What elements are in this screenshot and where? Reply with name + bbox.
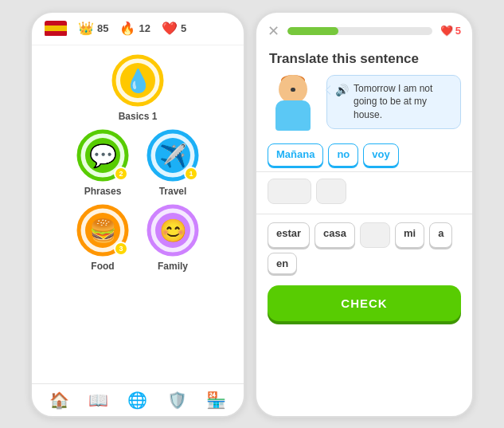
word-bank: estar casa mi a en (256, 214, 472, 279)
streak-stat: 🔥 12 (119, 21, 150, 36)
heart-icon: ❤️ (162, 21, 178, 36)
xp-value: 85 (97, 22, 108, 34)
basics1-icon: 💧 (124, 67, 152, 93)
progress-fill (287, 27, 338, 35)
heart-icon-right: ❤️ (440, 25, 453, 37)
empty-slot-1 (268, 179, 311, 204)
char-head (279, 75, 307, 104)
close-button[interactable]: ✕ (268, 22, 279, 40)
books-icon: 📖 (88, 391, 108, 410)
shield-icon: 🛡️ (167, 391, 187, 410)
character (268, 75, 318, 131)
crown-icon: 👑 (78, 21, 94, 36)
word-voy[interactable]: voy (363, 143, 398, 167)
lives-display: ❤️ 5 (440, 25, 461, 37)
word-casa[interactable]: casa (315, 222, 355, 248)
food-badge: 3 (114, 241, 128, 256)
word-en[interactable]: en (268, 253, 297, 274)
hearts-stat: ❤️ 5 (162, 21, 186, 36)
speaker-icon[interactable]: 🔊 (335, 83, 349, 99)
food-circle: 🍔 3 (76, 203, 130, 257)
left-phone: 👑 85 🔥 12 ❤️ 5 (30, 11, 245, 418)
word-no[interactable]: no (328, 143, 358, 167)
empty-answer-area (256, 172, 472, 214)
speech-bubble: 🔊 Tomorrow I am not going to be at my ho… (326, 75, 461, 129)
lesson-row-2: 💬 2 Phrases ✈️ 1 Travel (76, 128, 200, 197)
nav-home[interactable]: 🏠 (49, 391, 69, 410)
shop-icon: 🏪 (206, 391, 226, 410)
family-circle: 😊 (146, 203, 200, 257)
answer-words-row: Mañana no voy (256, 139, 472, 172)
lesson-phrases[interactable]: 💬 2 Phrases (76, 128, 130, 197)
lesson-travel[interactable]: ✈️ 1 Travel (146, 128, 200, 197)
lesson-basics1[interactable]: 💧 Basics 1 (111, 53, 165, 122)
nav-shield[interactable]: 🛡️ (167, 391, 187, 410)
lesson-family[interactable]: 😊 Family (146, 203, 200, 272)
speech-text: Tomorrow I am not going to be at my hous… (354, 82, 452, 122)
lesson-food[interactable]: 🍔 3 Food (76, 203, 130, 272)
fire-icon: 🔥 (119, 21, 135, 36)
empty-slot-2 (316, 179, 346, 204)
phrases-circle: 💬 2 (76, 128, 130, 183)
nav-books[interactable]: 📖 (88, 391, 108, 410)
basics1-circle: 💧 (111, 53, 165, 108)
speech-area: 🔊 Tomorrow I am not going to be at my ho… (256, 75, 472, 139)
basics1-label: Basics 1 (119, 111, 158, 122)
lesson-row-3: 🍔 3 Food 😊 Family (76, 203, 200, 272)
word-manana[interactable]: Mañana (268, 143, 323, 167)
xp-stat: 👑 85 (78, 21, 108, 36)
flag-icon (45, 21, 67, 37)
char-body (275, 100, 311, 131)
globe-icon: 🌐 (127, 391, 147, 410)
lesson-row-1: 💧 Basics 1 (111, 53, 165, 122)
family-icon: 😊 (159, 217, 187, 243)
phrases-badge: 2 (114, 167, 128, 181)
streak-value: 12 (139, 22, 150, 34)
check-button[interactable]: CHECK (268, 285, 461, 321)
exercise-title: Translate this sentence (256, 46, 472, 75)
top-bar: 👑 85 🔥 12 ❤️ 5 (32, 13, 244, 45)
food-label: Food (91, 261, 114, 272)
hearts-count: 5 (455, 25, 461, 37)
empty-slot-3 (360, 222, 390, 248)
lessons-area: 💧 Basics 1 💬 2 Phrases (32, 45, 244, 383)
char-eye-right (291, 88, 295, 92)
food-icon: 🍔 (89, 217, 117, 243)
hearts-value: 5 (181, 22, 186, 34)
exercise-header: ✕ ❤️ 5 (256, 13, 472, 46)
home-icon: 🏠 (49, 391, 69, 410)
right-phone: ✕ ❤️ 5 Translate this sentence 🔊 (255, 11, 474, 418)
bottom-nav: 🏠 📖 🌐 🛡️ 🏪 (32, 383, 244, 416)
word-estar[interactable]: estar (268, 222, 310, 248)
travel-badge: 1 (184, 167, 198, 181)
travel-label: Travel (159, 186, 187, 197)
nav-shop[interactable]: 🏪 (206, 391, 226, 410)
phrases-label: Phrases (84, 186, 122, 197)
progress-bar (287, 27, 432, 35)
travel-icon: ✈️ (159, 142, 187, 168)
word-a[interactable]: a (429, 222, 452, 248)
phrases-icon: 💬 (89, 142, 117, 168)
family-label: Family (158, 261, 188, 272)
nav-globe[interactable]: 🌐 (127, 391, 147, 410)
travel-circle: ✈️ 1 (146, 128, 200, 183)
word-mi[interactable]: mi (395, 222, 424, 248)
